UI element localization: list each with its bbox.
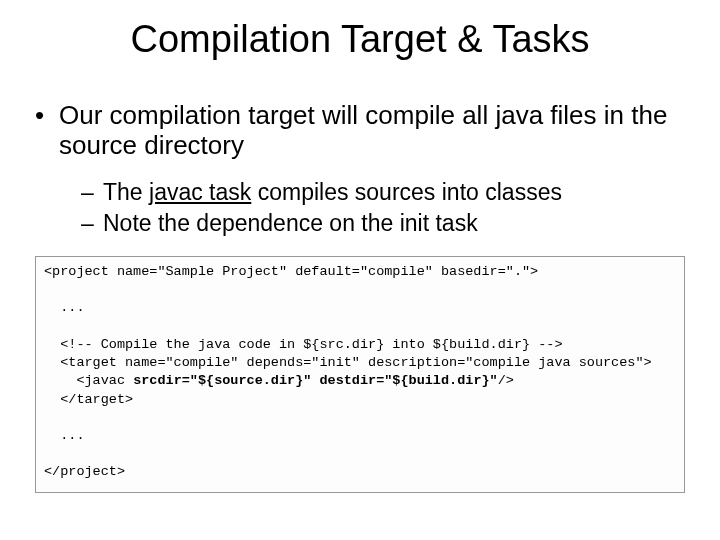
slide: Compilation Target & Tasks Our compilati… <box>0 18 720 540</box>
bullet-level-1: Our compilation target will compile all … <box>35 101 685 161</box>
bullet-level-2: Note the dependence on the init task <box>35 210 685 238</box>
code-block: <project name="Sample Project" default="… <box>35 256 685 493</box>
code-bold: srcdir="${source.dir}" destdir="${build.… <box>133 373 498 388</box>
code-line: <project name="Sample Project" default="… <box>44 264 538 279</box>
code-text: <javac <box>44 373 133 388</box>
bullet-text-post: compiles sources into classes <box>251 179 562 205</box>
bullet-text-pre: The <box>103 179 149 205</box>
bullet-level-2: The javac task compiles sources into cla… <box>35 179 685 207</box>
code-line: </target> <box>44 392 133 407</box>
code-line: ... <box>44 300 85 315</box>
slide-title: Compilation Target & Tasks <box>35 18 685 61</box>
javac-task-link[interactable]: javac task <box>149 179 251 205</box>
code-line: <javac srcdir="${source.dir}" destdir="$… <box>44 373 514 388</box>
code-line: ... <box>44 428 85 443</box>
code-line: </project> <box>44 464 125 479</box>
code-line: <target name="compile" depends="init" de… <box>44 355 652 370</box>
code-text: /> <box>498 373 514 388</box>
code-line: <!-- Compile the java code in ${src.dir}… <box>44 337 562 352</box>
